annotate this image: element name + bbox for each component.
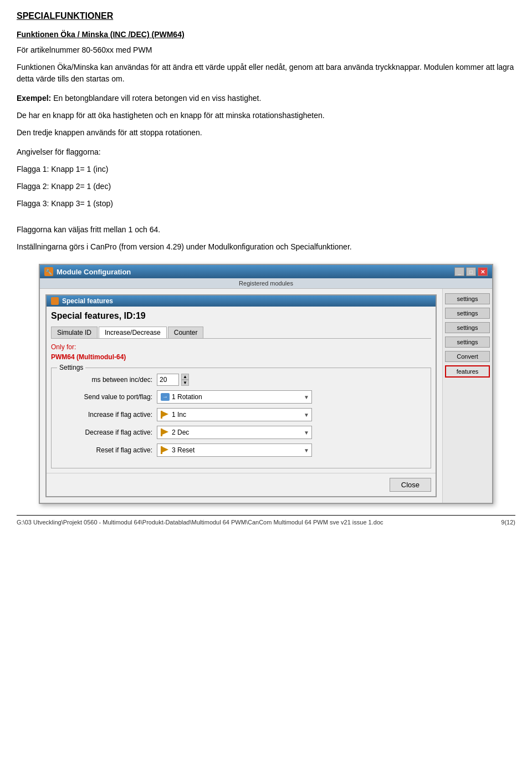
only-for-value: PWM64 (Multimodul-64): [51, 353, 431, 361]
window-controls[interactable]: _ □ ✕: [454, 267, 488, 276]
send-setting-row: Send value to port/flag: → 1 Rotation ▼: [58, 390, 424, 404]
svg-marker-1: [162, 411, 168, 417]
close-button[interactable]: Close: [390, 478, 431, 492]
special-features-titlebar: Special features: [47, 295, 436, 307]
decrease-label: Decrease if flag active:: [58, 429, 152, 436]
increase-dropdown[interactable]: 1 Inc ▼: [157, 408, 312, 421]
tab-counter[interactable]: Counter: [168, 327, 204, 338]
right-sidebar: settings settings settings settings Conv…: [442, 289, 492, 503]
sidebar-settings-btn-1[interactable]: settings: [445, 293, 490, 304]
close-window-button[interactable]: ✕: [478, 267, 488, 276]
reset-setting-row: Reset if flag active: 3 Reset ▼: [58, 443, 424, 457]
flag-icon-reset: [161, 446, 170, 454]
flag-icon-inc: [161, 411, 170, 419]
footer-path: G:\03 Utveckling\Projekt 0560 - Multimod…: [17, 519, 383, 526]
maximize-button[interactable]: □: [466, 267, 476, 276]
only-for-label: Only for:: [51, 343, 431, 351]
sidebar-settings-btn-3[interactable]: settings: [445, 322, 490, 333]
reset-label: Reset if flag active:: [58, 446, 152, 454]
sidebar-settings-btn-2[interactable]: settings: [445, 308, 490, 319]
settings-groupbox: Settings ms between inc/dec: 20 ▲ ▼: [51, 368, 431, 468]
tabs-container: Simulate ID Increase/Decrease Counter: [51, 327, 431, 339]
tab-increase-decrease[interactable]: Increase/Decrease: [99, 327, 167, 338]
page-heading: SPECIALFUNKTIONER: [17, 11, 515, 21]
send-value: 1 Rotation: [172, 393, 202, 401]
svg-rect-2: [161, 429, 162, 436]
decrease-dropdown[interactable]: 2 Dec ▼: [157, 426, 312, 439]
flags-note: Flaggorna kan väljas fritt mellan 1 och …: [17, 224, 515, 236]
section-title: Funktionen Öka / Minska (INC /DEC) (PWM6…: [17, 30, 515, 39]
ms-spinbox-arrows[interactable]: ▲ ▼: [181, 374, 189, 386]
decrease-value: 2 Dec: [172, 429, 189, 436]
footer: G:\03 Utveckling\Projekt 0560 - Multimod…: [17, 515, 515, 526]
left-panel: Special features Special features, ID:19…: [40, 289, 442, 503]
para2: Funktionen Öka/Minska kan användas för a…: [17, 62, 515, 85]
ms-spinbox[interactable]: 20: [157, 374, 179, 386]
flag-icon-dec: [161, 429, 170, 436]
para1: För artikelnummer 80-560xx med PWM: [17, 44, 515, 56]
window-body: Special features Special features, ID:19…: [40, 289, 492, 503]
ms-value-container: 20 ▲ ▼: [157, 374, 189, 386]
example-label: Exempel: En betongblandare vill rotera b…: [17, 93, 515, 104]
special-features-title-label: Special features: [62, 297, 113, 305]
svg-rect-4: [161, 446, 162, 454]
special-features-window: Special features Special features, ID:19…: [45, 294, 437, 497]
reset-dropdown[interactable]: 3 Reset ▼: [157, 443, 312, 457]
minimize-button[interactable]: _: [454, 267, 464, 276]
send-label: Send value to port/flag:: [58, 393, 152, 401]
sidebar-convert-btn[interactable]: Convert: [445, 351, 490, 362]
spin-down[interactable]: ▼: [181, 380, 189, 386]
sidebar-features-btn[interactable]: features: [445, 365, 490, 378]
flag3: Flagga 3: Knapp 3= 1 (stop): [17, 198, 515, 210]
module-config-title: Module Configuration: [57, 268, 131, 276]
registered-modules-bar: Registered modules: [40, 278, 492, 289]
settings-note: Inställningarna görs i CanPro (from vers…: [17, 241, 515, 253]
module-config-icon: 🔧: [44, 267, 53, 276]
module-config-window: 🔧 Module Configuration _ □ ✕ Registered …: [39, 264, 493, 504]
flag2: Flagga 2: Knapp 2= 1 (dec): [17, 181, 515, 192]
svg-rect-0: [161, 411, 162, 419]
svg-marker-3: [162, 429, 168, 435]
increase-dropdown-arrow: ▼: [304, 412, 309, 418]
increase-value: 1 Inc: [172, 411, 186, 419]
svg-marker-5: [162, 447, 168, 452]
module-config-titlebar: 🔧 Module Configuration _ □ ✕: [40, 265, 492, 278]
send-dropdown[interactable]: → 1 Rotation ▼: [157, 390, 312, 404]
settings-legend: Settings: [57, 364, 85, 371]
tab-simulate-id[interactable]: Simulate ID: [51, 327, 98, 338]
send-dropdown-arrow: ▼: [304, 394, 309, 400]
decrease-dropdown-arrow: ▼: [304, 430, 309, 436]
special-features-heading: Special features, ID:19: [51, 311, 431, 321]
decrease-setting-row: Decrease if flag active: 2 Dec ▼: [58, 426, 424, 439]
special-features-icon: [51, 297, 59, 305]
reset-dropdown-arrow: ▼: [304, 447, 309, 453]
increase-setting-row: Increase if flag active: 1 Inc ▼: [58, 408, 424, 421]
flag1: Flagga 1: Knapp 1= 1 (inc): [17, 164, 515, 175]
detail2: Den tredje knappen används för att stopp…: [17, 127, 515, 139]
detail1: De har en knapp för att öka hastigheten …: [17, 110, 515, 121]
bottom-bar: Close: [47, 473, 436, 496]
sidebar-settings-btn-4[interactable]: settings: [445, 337, 490, 348]
increase-label: Increase if flag active:: [58, 411, 152, 419]
footer-page: 9(12): [501, 519, 515, 526]
arrow-icon: →: [161, 393, 170, 401]
ms-label: ms between inc/dec:: [58, 376, 152, 384]
special-features-body: Special features, ID:19 Simulate ID Incr…: [47, 307, 436, 473]
reset-value: 3 Reset: [172, 446, 195, 454]
flags-title: Angivelser för flaggorna:: [17, 146, 515, 158]
ms-setting-row: ms between inc/dec: 20 ▲ ▼: [58, 374, 424, 386]
spin-up[interactable]: ▲: [181, 374, 189, 380]
